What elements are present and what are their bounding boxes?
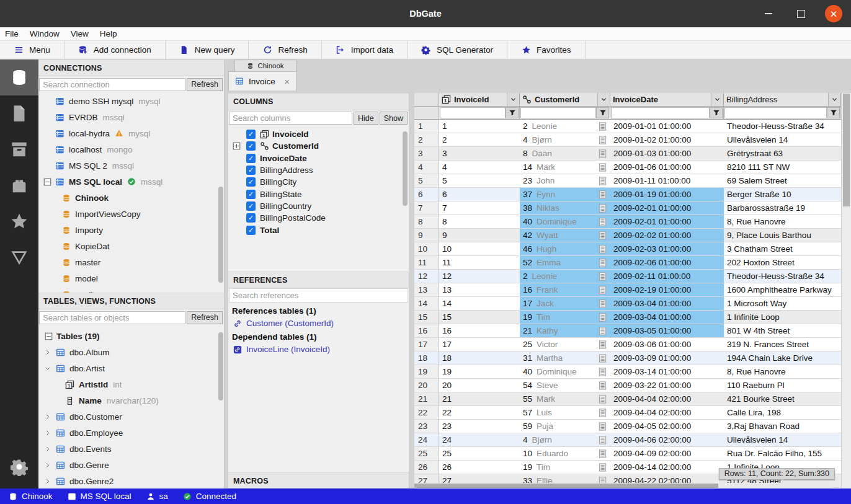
cell-customer-id[interactable]: 25 Victor [520, 338, 610, 351]
vertical-scrollbar[interactable] [841, 93, 851, 489]
column-toggle-BillingState[interactable]: ✓ BillingState [228, 188, 409, 200]
open-document-icon[interactable] [598, 367, 607, 377]
columns-scrollbar[interactable] [403, 131, 408, 206]
cell-customer-id[interactable]: 42 Wyatt [520, 229, 610, 242]
row-number-cell[interactable]: 21 [414, 392, 439, 406]
checkbox-checked[interactable]: ✓ [246, 154, 256, 163]
cell-customer-id[interactable]: 10 Eduardo [520, 447, 610, 461]
open-document-icon[interactable] [598, 435, 607, 445]
open-document-icon[interactable] [598, 122, 607, 131]
cell-billing-address[interactable]: 9, Place Louis Barthou [724, 229, 841, 242]
menu-file[interactable]: File [5, 29, 19, 38]
show-button[interactable]: Show [380, 112, 408, 125]
open-document-icon[interactable] [598, 449, 607, 459]
row-number-cell[interactable]: 7 [414, 201, 439, 215]
toolbar-refresh-button[interactable]: Refresh [249, 41, 321, 59]
maximize-icon[interactable] [793, 6, 809, 22]
row-number-cell[interactable]: 8 [414, 215, 439, 229]
filter-input[interactable] [520, 107, 596, 118]
cell-customer-id[interactable]: 8 Daan [520, 147, 610, 161]
cell-invoice-date[interactable]: 2009-01-03 01:00:00 [610, 147, 724, 161]
cell-invoice-date[interactable]: 2009-04-14 02:00:00 [610, 461, 724, 474]
cell-billing-address[interactable]: Theodor-Heuss-Straße 34 [724, 120, 841, 133]
connection-item[interactable]: MS SQL local mssql [38, 174, 224, 190]
connection-item[interactable]: local-hydra mysql [38, 125, 224, 141]
cell-invoice-date[interactable]: 2009-03-05 01:00:00 [610, 324, 724, 338]
row-number-cell[interactable]: 24 [414, 433, 439, 447]
rail-file-icon[interactable] [0, 95, 38, 131]
open-document-icon[interactable] [598, 394, 607, 404]
open-document-icon[interactable] [598, 203, 607, 213]
table-item[interactable]: dbo.Album [38, 344, 224, 360]
column-dropdown-icon[interactable] [507, 93, 519, 106]
rail-archive-icon[interactable] [0, 131, 38, 167]
tab-group-chinook[interactable]: Chinook [234, 60, 296, 71]
cell-billing-address[interactable]: 8, Rue Hanovre [724, 365, 841, 379]
rail-plugins-icon[interactable] [0, 167, 38, 203]
row-number-cell[interactable]: 22 [414, 406, 439, 420]
open-document-icon[interactable] [598, 340, 607, 350]
cell-customer-id[interactable]: 19 Tim [520, 311, 610, 324]
connection-item[interactable]: EVRDB mssql [38, 109, 224, 125]
cell-invoice-date[interactable]: 2009-04-09 02:00:00 [610, 447, 724, 461]
minimize-icon[interactable] [760, 6, 777, 22]
table-item[interactable]: dbo.Employee [38, 425, 224, 441]
row-number-cell[interactable]: 2 [414, 133, 439, 147]
row-number-cell[interactable]: 4 [414, 161, 439, 174]
horizontal-scrollbar[interactable] [414, 483, 831, 489]
row-number-cell[interactable]: 10 [414, 242, 439, 256]
cell-invoice-date[interactable]: 2009-03-22 01:00:00 [610, 379, 724, 392]
cell-customer-id[interactable]: 19 Tim [520, 461, 610, 474]
cell-billing-address[interactable]: 3,Raj Bhavan Road [724, 420, 841, 433]
grid-header-CustomerId[interactable]: CustomerId [520, 93, 610, 107]
cell-invoice-id[interactable]: 17 [439, 338, 520, 351]
cell-invoice-id[interactable]: 13 [439, 283, 520, 297]
search-tables-input[interactable] [39, 311, 185, 324]
column-toggle-Total[interactable]: ✓ Total [228, 224, 409, 236]
cell-invoice-date[interactable]: 2009-01-01 01:00:00 [610, 120, 724, 133]
menu-window[interactable]: Window [30, 29, 60, 38]
filter-input[interactable] [724, 107, 827, 118]
cell-invoice-id[interactable]: 12 [439, 270, 520, 283]
cell-billing-address[interactable]: 202 Hoxton Street [724, 256, 841, 270]
open-document-icon[interactable] [598, 408, 607, 418]
column-toggle-BillingAddress[interactable]: ✓ BillingAddress [228, 164, 409, 176]
open-document-icon[interactable] [598, 135, 607, 145]
rail-filter-icon[interactable] [0, 239, 38, 275]
tab-invoice[interactable]: Invoice × [228, 71, 296, 91]
statusbar-sa[interactable]: sa [146, 492, 168, 501]
cell-billing-address[interactable]: Theodor-Heuss-Straße 34 [724, 270, 841, 283]
grid-header-InvoiceId[interactable]: 1 InvoiceId [439, 93, 520, 107]
connections-refresh-button[interactable]: Refresh [187, 78, 223, 91]
cell-invoice-id[interactable]: 23 [439, 420, 520, 433]
column-toggle-BillingPostalCode[interactable]: ✓ BillingPostalCode [228, 212, 409, 224]
filter-funnel-icon[interactable] [710, 107, 723, 118]
cell-billing-address[interactable]: 194A Chain Lake Drive [724, 351, 841, 365]
row-number-cell[interactable]: 19 [414, 365, 439, 379]
cell-invoice-date[interactable]: 2009-04-04 02:00:00 [610, 392, 724, 406]
cell-invoice-id[interactable]: 26 [439, 461, 520, 474]
cell-customer-id[interactable]: 40 Dominique [520, 365, 610, 379]
cell-customer-id[interactable]: 21 Kathy [520, 324, 610, 338]
toolbar-add-connection-button[interactable]: Add connection [65, 41, 166, 59]
cell-invoice-id[interactable]: 2 [439, 133, 520, 147]
table-column-item[interactable]: Name nvarchar(120) [38, 392, 224, 409]
cell-invoice-date[interactable]: 2009-03-04 01:00:00 [610, 297, 724, 311]
statusbar-ms-sql-local[interactable]: MS SQL local [68, 492, 131, 501]
open-document-icon[interactable] [598, 462, 607, 472]
column-toggle-BillingCity[interactable]: ✓ BillingCity [228, 176, 409, 188]
filter-funnel-icon[interactable] [827, 107, 840, 118]
menu-help[interactable]: Help [100, 29, 117, 38]
cell-billing-address[interactable]: Calle Lira, 198 [724, 406, 841, 420]
column-dropdown-icon[interactable] [828, 93, 840, 106]
cell-billing-address[interactable]: 1600 Amphitheatre Parkway [724, 283, 841, 297]
column-toggle-CustomerId[interactable]: ✓ CustomerId [228, 140, 409, 152]
filter-input[interactable] [611, 107, 710, 118]
cell-billing-address[interactable]: 8, Rue Hanovre [724, 215, 841, 229]
row-number-cell[interactable]: 5 [414, 174, 439, 188]
open-document-icon[interactable] [598, 190, 607, 200]
cell-customer-id[interactable]: 52 Emma [520, 256, 610, 270]
open-document-icon[interactable] [598, 231, 607, 241]
database-item[interactable]: master [38, 254, 224, 270]
row-number-cell[interactable]: 13 [414, 283, 439, 297]
